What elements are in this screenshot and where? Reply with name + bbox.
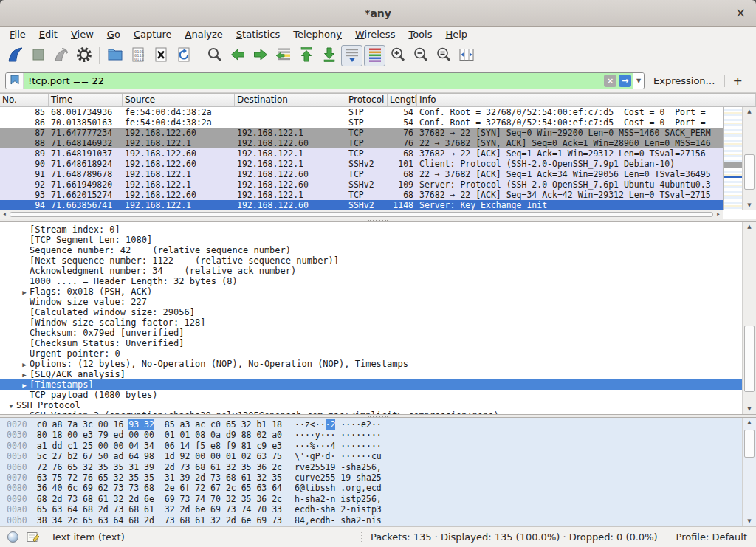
title-bar[interactable]: *any × xyxy=(0,0,756,27)
go-last-button[interactable] xyxy=(318,45,340,66)
scrollbar-thumb[interactable] xyxy=(744,154,755,190)
expression-button[interactable]: Expression… xyxy=(653,75,715,86)
scroll-up-arrow-icon[interactable]: ▲ xyxy=(743,107,756,117)
scrollbar-thumb[interactable] xyxy=(744,430,755,458)
detail-row[interactable]: ▶Options: (12 bytes), No-Operation (NOP)… xyxy=(0,359,742,369)
detail-row[interactable]: ▶[SEQ/ACK analysis] xyxy=(0,369,742,379)
detail-row[interactable]: Window size value: 227 xyxy=(0,297,742,307)
scrollbar-thumb[interactable] xyxy=(744,326,755,392)
filter-dropdown-caret[interactable]: ▼ xyxy=(633,73,644,89)
start-capture-button[interactable] xyxy=(4,45,26,66)
collapsed-arrow-icon[interactable]: ▶ xyxy=(19,370,30,379)
go-back-button[interactable] xyxy=(227,45,248,66)
packet-list-hscrollbar[interactable]: ◂ ▸ xyxy=(0,210,723,219)
detail-row[interactable]: Checksum: 0x79ed [unverified] xyxy=(0,328,742,338)
restart-capture-button[interactable] xyxy=(50,45,72,66)
filter-apply-button[interactable]: → xyxy=(619,75,631,87)
go-first-button[interactable] xyxy=(295,45,317,66)
column-header-length[interactable]: Length xyxy=(388,94,417,106)
save-file-button[interactable]: 010101100111 xyxy=(127,45,148,66)
filter-clear-button[interactable]: × xyxy=(604,75,616,87)
menu-analyze[interactable]: Analyze xyxy=(179,27,230,43)
expanded-arrow-icon[interactable]: ▼ xyxy=(6,401,16,410)
intelligent-scrollbar-minimap[interactable] xyxy=(723,107,742,210)
menu-help[interactable]: Help xyxy=(439,27,474,43)
scroll-left-arrow-icon[interactable]: ◂ xyxy=(0,210,9,219)
detail-row[interactable]: [Next sequence number: 1122 (relative se… xyxy=(0,255,742,266)
hex-row-0040[interactable]: 0040a1 dd c1 25 00 00 04 34 06 14 f5 e8 … xyxy=(0,441,382,451)
packet-row-94[interactable]: 9471.663856741192.168.122.1192.168.122.6… xyxy=(0,200,723,210)
find-packet-button[interactable] xyxy=(204,45,225,66)
detail-row[interactable]: [Checksum Status: Unverified] xyxy=(0,338,742,348)
scrollbar-thumb[interactable] xyxy=(10,212,713,217)
menu-tools[interactable]: Tools xyxy=(402,27,439,43)
packet-row-85[interactable]: 8568.001734936fe:54:00:d4:38:2aSTP54Conf… xyxy=(0,107,723,117)
stop-capture-button[interactable] xyxy=(27,45,49,66)
hex-row-0030[interactable]: 003080 18 00 e3 79 ed 00 00 01 01 08 0a … xyxy=(0,430,382,440)
detail-row[interactable]: [Calculated window size: 29056] xyxy=(0,307,742,317)
packet-row-90[interactable]: 9071.648618924192.168.122.60192.168.122.… xyxy=(0,159,723,169)
detail-row[interactable]: Acknowledgment number: 34 (relative ack … xyxy=(0,266,742,276)
scroll-down-arrow-icon[interactable]: ▼ xyxy=(743,405,756,414)
column-header-no[interactable]: No. xyxy=(0,94,49,106)
filter-bookmark-button[interactable] xyxy=(6,73,24,89)
close-file-button[interactable] xyxy=(150,45,171,66)
packet-row-87[interactable]: 8771.647777234192.168.122.60192.168.122.… xyxy=(0,128,723,138)
collapsed-arrow-icon[interactable]: ▶ xyxy=(19,287,30,297)
scroll-up-arrow-icon[interactable]: ▲ xyxy=(743,222,756,232)
hex-row-0090[interactable]: 009068 2d 73 68 61 32 2d 6e 69 73 74 70 … xyxy=(0,494,382,504)
menu-edit[interactable]: Edit xyxy=(32,27,64,43)
packet-row-93[interactable]: 9371.662015274192.168.122.60192.168.122.… xyxy=(0,190,723,200)
capture-options-button[interactable] xyxy=(73,45,94,66)
detail-row[interactable]: [Window size scaling factor: 128] xyxy=(0,317,742,328)
hex-row-00a0[interactable]: 00a065 63 64 68 2d 73 68 61 32 2d 6e 69 … xyxy=(0,504,382,515)
scroll-down-arrow-icon[interactable]: ▼ xyxy=(743,517,756,526)
hex-row-0020[interactable]: 0020c0 a8 7a 3c 00 16 93 32 85 a3 ac c0 … xyxy=(0,419,382,430)
menu-file[interactable]: File xyxy=(3,27,32,43)
detail-row[interactable]: Urgent pointer: 0 xyxy=(0,348,742,359)
column-header-source[interactable]: Source xyxy=(123,94,235,106)
column-header-time[interactable]: Time xyxy=(49,94,123,106)
zoom-original-button[interactable] xyxy=(433,45,454,66)
detail-row[interactable]: [Stream index: 0] xyxy=(0,224,742,235)
packet-row-88[interactable]: 8871.648146932192.168.122.1192.168.122.6… xyxy=(0,138,723,148)
go-forward-button[interactable] xyxy=(250,45,271,66)
menu-statistics[interactable]: Statistics xyxy=(230,27,286,43)
menu-telephony[interactable]: Telephony xyxy=(286,27,348,43)
detail-row[interactable]: ▶[Timestamps] xyxy=(0,379,742,390)
resize-columns-button[interactable] xyxy=(456,45,477,66)
zoom-in-button[interactable] xyxy=(387,45,408,66)
menu-capture[interactable]: Capture xyxy=(127,27,179,43)
collapsed-arrow-icon[interactable]: ▶ xyxy=(19,380,30,390)
detail-row[interactable]: 1000 .... = Header Length: 32 bytes (8) xyxy=(0,276,742,286)
hex-row-0070[interactable]: 007063 75 72 76 65 32 35 35 31 39 2d 73 … xyxy=(0,472,382,483)
bytes-vscrollbar[interactable]: ▲ ▼ xyxy=(742,418,756,526)
close-window-button[interactable]: × xyxy=(729,0,752,27)
profile-status[interactable]: Profile: Default xyxy=(667,531,756,543)
scroll-up-arrow-icon[interactable]: ▲ xyxy=(743,418,756,427)
expert-info-icon[interactable] xyxy=(7,531,18,543)
scroll-down-arrow-icon[interactable]: ▼ xyxy=(743,201,756,210)
column-header-protocol[interactable]: Protocol xyxy=(346,94,388,106)
packet-row-86[interactable]: 8670.013850163fe:54:00:d4:38:2aSTP54Conf… xyxy=(0,117,723,128)
menu-view[interactable]: View xyxy=(64,27,100,43)
hex-row-00b0[interactable]: 00b038 34 2c 65 63 64 68 2d 73 68 61 32 … xyxy=(0,515,382,526)
packet-list-vscrollbar[interactable]: ▲ ▼ xyxy=(742,107,756,210)
hex-row-0050[interactable]: 00505c 27 b2 67 50 ad 64 98 1d 92 00 00 … xyxy=(0,451,382,461)
colorize-toggle[interactable] xyxy=(364,45,385,66)
reload-file-button[interactable] xyxy=(173,45,194,66)
column-header-destination[interactable]: Destination xyxy=(235,94,346,106)
menu-wireless[interactable]: Wireless xyxy=(348,27,402,43)
go-to-packet-button[interactable] xyxy=(272,45,294,66)
zoom-out-button[interactable] xyxy=(410,45,431,66)
detail-row[interactable]: ▼SSH Protocol xyxy=(0,400,742,410)
packet-row-92[interactable]: 9271.661949820192.168.122.1192.168.122.6… xyxy=(0,179,723,190)
add-filter-button[interactable]: + xyxy=(733,74,743,88)
scroll-right-arrow-icon[interactable]: ▸ xyxy=(714,210,723,219)
hex-row-0060[interactable]: 006072 76 65 32 35 35 31 39 2d 73 68 61 … xyxy=(0,462,382,472)
collapsed-arrow-icon[interactable]: ▶ xyxy=(19,359,30,369)
detail-row[interactable]: [TCP Segment Len: 1080] xyxy=(0,235,742,245)
auto-scroll-toggle[interactable] xyxy=(341,45,362,66)
filter-input[interactable]: !tcp.port == 22 xyxy=(24,73,602,89)
column-header-info[interactable]: Info xyxy=(417,94,756,106)
